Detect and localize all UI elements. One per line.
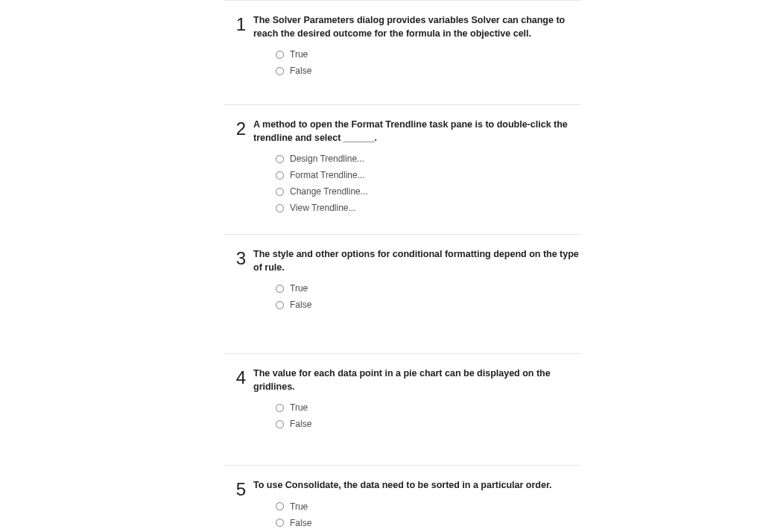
option-label: True: [290, 283, 308, 294]
option-design-trendline[interactable]: Design Trendline...: [276, 153, 581, 164]
options-list: True False: [276, 402, 581, 429]
option-label: True: [290, 402, 308, 413]
options-list: Design Trendline... Format Trendline... …: [276, 153, 581, 213]
option-label: Design Trendline...: [290, 153, 364, 164]
question-content: A method to open the Format Trendline ta…: [253, 118, 581, 219]
option-true[interactable]: True: [276, 283, 581, 294]
option-false[interactable]: False: [276, 518, 581, 528]
options-list: True False: [276, 283, 581, 310]
question-prompt: A method to open the Format Trendline ta…: [253, 118, 581, 145]
radio-icon: [276, 301, 284, 309]
option-change-trendline[interactable]: Change Trendline...: [276, 186, 581, 197]
radio-icon: [276, 188, 284, 196]
question-content: To use Consolidate, the data need to be …: [253, 479, 581, 532]
question-content: The Solver Parameters dialog provides va…: [253, 14, 581, 82]
quiz-page: 1 The Solver Parameters dialog provides …: [0, 0, 763, 532]
radio-icon: [276, 502, 284, 510]
radio-icon: [276, 67, 284, 75]
option-format-trendline[interactable]: Format Trendline...: [276, 170, 581, 180]
option-view-trendline[interactable]: View Trendline...: [276, 203, 581, 213]
question-block: 5 To use Consolidate, the data need to b…: [224, 465, 581, 532]
question-block: 1 The Solver Parameters dialog provides …: [224, 0, 581, 104]
option-label: Format Trendline...: [290, 170, 365, 180]
option-label: False: [290, 518, 311, 528]
option-label: True: [290, 501, 308, 512]
question-number: 3: [224, 248, 253, 316]
question-prompt: The style and other options for conditio…: [253, 248, 581, 274]
question-number: 5: [224, 479, 253, 532]
radio-icon: [276, 171, 284, 180]
radio-icon: [276, 51, 284, 59]
radio-icon: [276, 404, 284, 412]
option-label: False: [290, 66, 311, 76]
option-false[interactable]: False: [276, 300, 581, 310]
option-label: View Trendline...: [290, 203, 356, 213]
question-content: The style and other options for conditio…: [253, 248, 581, 316]
question-prompt: The value for each data point in a pie c…: [253, 367, 581, 393]
option-true[interactable]: True: [276, 49, 581, 60]
options-list: True False: [276, 501, 581, 528]
question-block: 4 The value for each data point in a pie…: [224, 353, 581, 465]
option-false[interactable]: False: [276, 66, 581, 76]
option-true[interactable]: True: [276, 402, 581, 413]
question-prompt: To use Consolidate, the data need to be …: [253, 479, 581, 493]
option-true[interactable]: True: [276, 501, 581, 512]
option-label: True: [290, 49, 308, 60]
question-prompt: The Solver Parameters dialog provides va…: [253, 14, 581, 40]
option-label: False: [290, 300, 311, 310]
option-label: Change Trendline...: [290, 186, 368, 197]
question-block: 3 The style and other options for condit…: [224, 234, 581, 353]
question-block: 2 A method to open the Format Trendline …: [224, 104, 581, 234]
radio-icon: [276, 519, 284, 527]
radio-icon: [276, 155, 284, 163]
option-label: False: [290, 419, 311, 429]
question-number: 4: [224, 367, 253, 435]
option-false[interactable]: False: [276, 419, 581, 429]
question-content: The value for each data point in a pie c…: [253, 367, 581, 435]
question-number: 1: [224, 14, 253, 82]
radio-icon: [276, 285, 284, 293]
options-list: True False: [276, 49, 581, 76]
question-number: 2: [224, 118, 253, 219]
radio-icon: [276, 420, 284, 428]
radio-icon: [276, 204, 284, 212]
